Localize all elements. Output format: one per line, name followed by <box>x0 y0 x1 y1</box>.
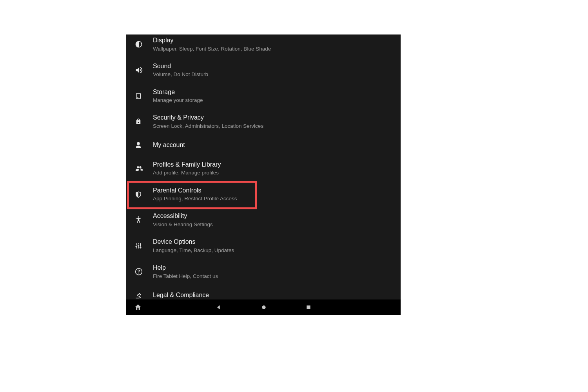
device-frame: Display Wallpaper, Sleep, Font Size, Rot… <box>126 34 401 315</box>
nav-home-alt-button[interactable] <box>126 299 150 315</box>
nav-recent-button[interactable] <box>306 305 311 310</box>
settings-item-legal[interactable]: Legal & Compliance <box>126 285 401 299</box>
settings-item-title: Security & Privacy <box>153 113 263 122</box>
settings-item-subtitle: Add profile, Manage profiles <box>153 169 221 176</box>
settings-item-subtitle: Vision & Hearing Settings <box>153 221 213 228</box>
settings-item-parental-controls[interactable]: Parental Controls App Pinning, Restrict … <box>126 181 401 207</box>
settings-item-subtitle: Volume, Do Not Disturb <box>153 71 208 78</box>
settings-item-storage[interactable]: Storage Manage your storage <box>126 83 401 109</box>
display-icon <box>135 40 153 48</box>
sound-icon <box>135 66 153 74</box>
settings-item-title: Help <box>153 263 218 272</box>
lock-icon <box>135 118 153 125</box>
settings-item-title: Parental Controls <box>153 186 237 195</box>
nav-back-button[interactable] <box>216 304 222 310</box>
nav-home-button[interactable] <box>261 305 267 310</box>
settings-item-subtitle: Wallpaper, Sleep, Font Size, Rotation, B… <box>153 45 271 53</box>
settings-list: Display Wallpaper, Sleep, Font Size, Rot… <box>126 34 401 299</box>
settings-item-sound[interactable]: Sound Volume, Do Not Disturb <box>126 57 401 83</box>
settings-item-subtitle: Language, Time, Backup, Updates <box>153 247 234 254</box>
account-icon <box>135 141 153 149</box>
settings-item-subtitle: Screen Lock, Administrators, Location Se… <box>153 123 263 130</box>
shield-icon <box>135 191 153 198</box>
settings-item-title: Profiles & Family Library <box>153 160 221 169</box>
settings-item-security[interactable]: Security & Privacy Screen Lock, Administ… <box>126 109 401 134</box>
svg-rect-2 <box>307 305 310 309</box>
settings-item-profiles[interactable]: Profiles & Family Library Add profile, M… <box>126 156 401 181</box>
nav-bar <box>126 299 401 315</box>
settings-item-account[interactable]: My account <box>126 134 401 156</box>
settings-item-title: Display <box>153 36 271 45</box>
profiles-icon <box>135 165 153 172</box>
sliders-icon <box>135 242 153 249</box>
storage-icon <box>135 93 153 100</box>
settings-item-subtitle: App Pinning, Restrict Profile Access <box>153 195 237 202</box>
svg-point-0 <box>138 307 139 309</box>
settings-item-subtitle: Manage your storage <box>153 97 203 104</box>
svg-point-1 <box>262 305 265 309</box>
settings-item-title: My account <box>153 141 185 149</box>
settings-item-title: Storage <box>153 88 203 96</box>
settings-item-title: Sound <box>153 62 208 71</box>
settings-item-device-options[interactable]: Device Options Language, Time, Backup, U… <box>126 233 401 259</box>
help-icon <box>135 268 153 276</box>
gavel-icon <box>135 292 153 299</box>
settings-item-display[interactable]: Display Wallpaper, Sleep, Font Size, Rot… <box>126 34 401 57</box>
settings-item-subtitle: Fire Tablet Help, Contact us <box>153 273 218 280</box>
settings-item-help[interactable]: Help Fire Tablet Help, Contact us <box>126 259 401 285</box>
accessibility-icon <box>135 216 153 224</box>
settings-item-title: Accessibility <box>153 212 213 220</box>
settings-item-accessibility[interactable]: Accessibility Vision & Hearing Settings <box>126 207 401 233</box>
settings-item-title: Legal & Compliance <box>153 291 209 299</box>
settings-item-title: Device Options <box>153 238 234 246</box>
